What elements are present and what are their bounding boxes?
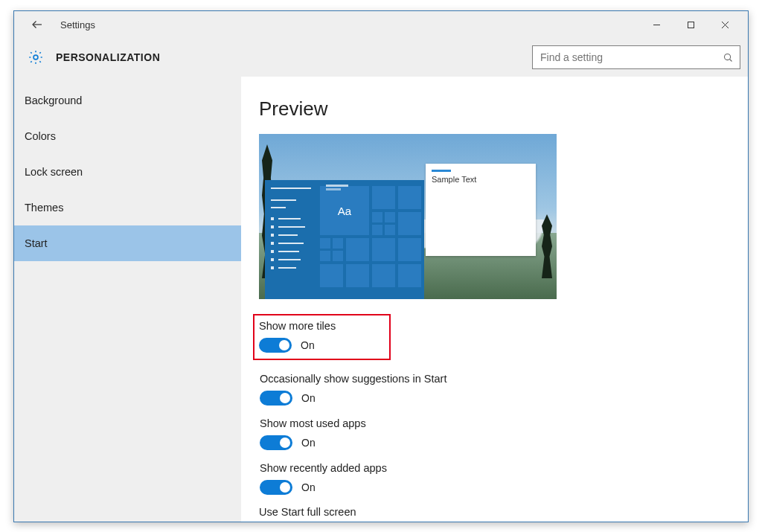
sidebar-item-themes[interactable]: Themes <box>14 190 241 225</box>
sidebar-item-start[interactable]: Start <box>14 225 241 261</box>
setting-show-more-tiles: Show more tiles On <box>253 314 391 360</box>
setting-label: Show most used apps <box>260 417 729 429</box>
sidebar-item-colors[interactable]: Colors <box>14 118 241 154</box>
minimize-button[interactable] <box>639 13 673 36</box>
page-title: PERSONALIZATION <box>56 51 160 63</box>
titlebar: Settings <box>14 11 748 38</box>
close-button[interactable] <box>708 13 742 36</box>
toggle-most-used-apps[interactable] <box>260 435 292 450</box>
search-input[interactable] <box>540 51 723 63</box>
setting-recently-added-apps: Show recently added apps On <box>259 461 730 496</box>
preview-heading: Preview <box>259 97 730 121</box>
search-icon <box>723 52 734 63</box>
setting-use-start-full-screen-truncated: Use Start full screen <box>259 506 730 518</box>
search-box[interactable] <box>532 45 740 69</box>
toggle-state: On <box>301 339 315 351</box>
window-title: Settings <box>60 19 95 31</box>
header-row: PERSONALIZATION <box>14 38 748 77</box>
sidebar-item-lock-screen[interactable]: Lock screen <box>14 154 241 190</box>
settings-gear-icon <box>25 46 47 68</box>
minimize-icon <box>653 21 661 29</box>
setting-label: Show more tiles <box>259 320 385 332</box>
settings-window: Settings PERSONALIZATION <box>13 10 749 522</box>
preview-sample-text: Sample Text <box>432 175 536 184</box>
svg-line-7 <box>730 59 732 61</box>
sidebar-item-label: Themes <box>25 202 63 214</box>
svg-rect-2 <box>688 22 694 28</box>
maximize-button[interactable] <box>673 13 708 36</box>
toggle-suggestions-in-start[interactable] <box>260 391 292 406</box>
setting-label: Occasionally show suggestions in Start <box>260 373 729 385</box>
preview-aa-tile: Aa <box>320 186 369 235</box>
sidebar-item-label: Colors <box>25 130 56 142</box>
toggle-state: On <box>301 481 316 493</box>
svg-point-6 <box>725 54 731 60</box>
sidebar-item-label: Start <box>25 237 48 249</box>
main-panel: Preview <box>241 77 748 522</box>
toggle-recently-added-apps[interactable] <box>260 480 292 495</box>
sidebar: Background Colors Lock screen Themes Sta… <box>14 77 241 522</box>
close-icon <box>721 21 729 29</box>
toggle-state: On <box>301 437 316 449</box>
sidebar-item-label: Background <box>25 94 82 106</box>
start-menu-mock: Aa <box>265 180 424 299</box>
setting-label: Show recently added apps <box>260 462 729 474</box>
setting-suggestions-in-start: Occasionally show suggestions in Start O… <box>259 372 730 406</box>
maximize-icon <box>687 21 695 29</box>
back-arrow-icon <box>31 18 44 31</box>
svg-point-5 <box>33 55 38 60</box>
window-controls <box>639 13 742 36</box>
setting-most-used-apps: Show most used apps On <box>259 417 730 451</box>
toggle-state: On <box>301 392 316 404</box>
sidebar-item-label: Lock screen <box>25 166 83 178</box>
sidebar-item-background[interactable]: Background <box>14 83 241 118</box>
start-preview: Aa <box>259 134 557 299</box>
preview-sample-window: Sample Text <box>426 164 536 256</box>
body-area: Background Colors Lock screen Themes Sta… <box>14 77 748 522</box>
toggle-show-more-tiles[interactable] <box>259 338 292 353</box>
back-button[interactable] <box>28 15 47 34</box>
